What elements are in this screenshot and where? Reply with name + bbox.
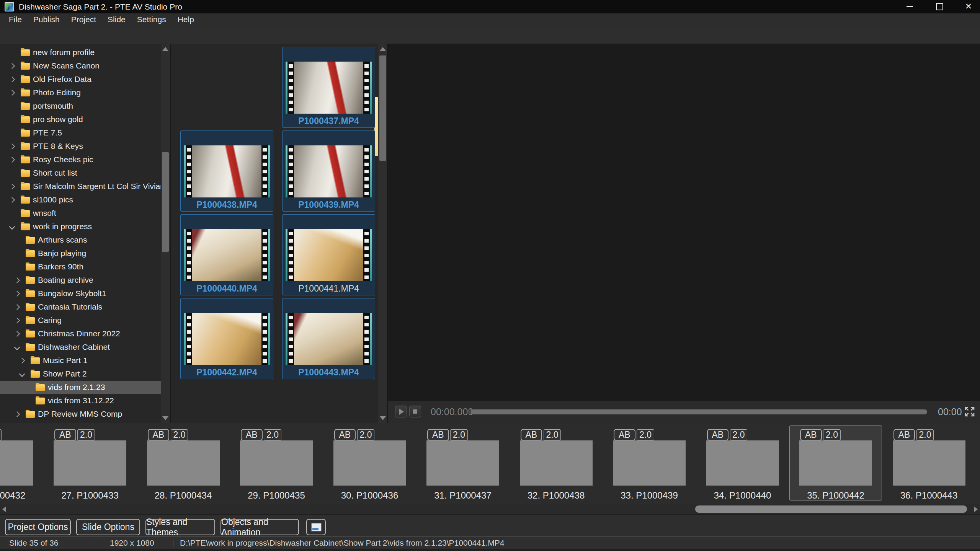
chevron-down-icon[interactable] [14, 344, 20, 350]
slide-thumbnail[interactable] [240, 440, 313, 486]
ab-transition-badge[interactable]: AB [241, 429, 263, 441]
chevron-right-icon[interactable] [9, 184, 15, 190]
file-card[interactable]: P1000440.MP4 [180, 214, 273, 295]
tree-item[interactable]: Banjo playing [0, 247, 161, 260]
menu-slide[interactable]: Slide [102, 15, 131, 24]
slide-thumbnail[interactable] [333, 440, 406, 486]
tree-item[interactable]: Caring [0, 314, 161, 327]
tree-item[interactable]: pro show gold [0, 113, 161, 126]
tree-item[interactable]: DP Review MMS Comp [0, 408, 161, 421]
menu-publish[interactable]: Publish [28, 15, 65, 24]
chevron-right-icon[interactable] [9, 63, 15, 69]
tree-item[interactable]: work in progress [0, 220, 161, 233]
slide-duration-badge[interactable]: 2.0 [823, 429, 841, 440]
chevron-right-icon[interactable] [9, 157, 15, 163]
tree-item[interactable]: Short cut list [0, 167, 161, 179]
chevron-right-icon[interactable] [14, 277, 20, 284]
file-card[interactable]: P1000443.MP4 [282, 298, 375, 379]
tree-scrollbar-thumb[interactable] [162, 152, 169, 252]
footer-button-objects-and-animation[interactable]: Objects and Animation [220, 519, 299, 535]
slide-duration-badge[interactable]: 2.0 [77, 429, 95, 440]
tree-item[interactable]: vids from 31.12.22 [0, 395, 161, 407]
tree-item[interactable]: PTE 8 & Keys [0, 140, 161, 153]
slide-thumbnail[interactable] [54, 440, 126, 486]
seek-bar[interactable] [468, 409, 927, 414]
slide-thumbnail[interactable] [799, 440, 872, 486]
tree-item[interactable]: Cantasia Tutorials [0, 301, 161, 313]
tree-item[interactable]: new forum profile [0, 46, 161, 59]
minimize-button[interactable] [898, 0, 921, 13]
chevron-down-icon[interactable] [9, 224, 15, 230]
chevron-right-icon[interactable] [14, 291, 20, 297]
mini-player-button[interactable] [306, 519, 326, 535]
ab-transition-badge[interactable]: AB [800, 429, 822, 441]
chevron-right-icon[interactable] [19, 358, 25, 364]
strip-scrollbar-thumb[interactable] [695, 505, 967, 513]
chevron-right-icon[interactable] [14, 318, 20, 324]
ab-transition-badge[interactable]: AB [427, 429, 449, 441]
file-card[interactable]: P1000439.MP4 [282, 130, 375, 212]
footer-button-styles-and-themes[interactable]: Styles and Themes [145, 519, 215, 535]
close-button[interactable]: ✕ [957, 0, 980, 13]
slide-thumbnail[interactable] [613, 440, 686, 486]
menu-project[interactable]: Project [65, 15, 102, 24]
files-scrollbar-thumb[interactable] [379, 55, 386, 161]
footer-button-slide-options[interactable]: Slide Options [76, 519, 140, 535]
slide-duration-badge[interactable]: 2.0 [916, 429, 934, 440]
chevron-right-icon[interactable] [9, 197, 15, 203]
slide-duration-badge[interactable]: 2.0 [171, 429, 188, 440]
ab-transition-badge[interactable]: AB [614, 429, 635, 441]
files-scrollbar[interactable] [378, 44, 387, 423]
play-button[interactable] [395, 406, 407, 417]
tree-item[interactable]: Dishwasher Cabinet [0, 341, 161, 354]
stop-button[interactable] [409, 406, 421, 417]
fullscreen-icon[interactable] [964, 406, 975, 417]
slide-thumbnail[interactable] [147, 440, 220, 486]
ab-transition-badge[interactable]: AB [54, 429, 76, 441]
chevron-right-icon[interactable] [14, 331, 20, 337]
chevron-right-icon[interactable] [9, 77, 15, 83]
tree-item[interactable]: New Scans Canon [0, 60, 161, 72]
tree-item[interactable]: sl1000 pics [0, 194, 161, 206]
footer-button-project-options[interactable]: Project Options [5, 519, 71, 535]
slide-thumbnail[interactable] [0, 440, 33, 486]
tree-item[interactable]: Sir Malcolm Sargent Lt Col Sir Vivian Du… [0, 180, 161, 193]
slide-duration-badge[interactable]: 2.0 [357, 429, 375, 440]
slide-duration-badge[interactable]: 2.0 [0, 429, 2, 440]
scroll-up-icon[interactable] [162, 47, 168, 51]
chevron-down-icon[interactable] [19, 371, 25, 377]
menu-help[interactable]: Help [172, 15, 200, 24]
tree-item[interactable]: Christmas Dinner 2022 [0, 328, 161, 340]
file-card[interactable]: P1000442.MP4 [180, 298, 273, 379]
slide-duration-badge[interactable]: 2.0 [544, 429, 561, 440]
tree-item[interactable]: Barkers 90th [0, 261, 161, 273]
slide-duration-badge[interactable]: 2.0 [450, 429, 468, 440]
slide-thumbnail[interactable] [893, 440, 965, 486]
scroll-left-icon[interactable] [2, 506, 6, 512]
tree-item[interactable]: Music Part 1 [0, 354, 161, 367]
slide-duration-badge[interactable]: 2.0 [264, 429, 281, 440]
menu-file[interactable]: File [3, 15, 28, 24]
slide-duration-badge[interactable]: 2.0 [730, 429, 748, 440]
tree-item[interactable]: Show Part 2 [0, 368, 161, 380]
tree-item[interactable]: PTE 7.5 [0, 127, 161, 139]
tree-item[interactable]: Old Firefox Data [0, 73, 161, 86]
file-card[interactable]: P1000441.MP4 [282, 214, 375, 295]
scroll-right-icon[interactable] [974, 506, 978, 512]
tree-item[interactable]: vids from 2.1.23 [0, 381, 161, 394]
scroll-down-icon[interactable] [380, 416, 386, 420]
scroll-down-icon[interactable] [162, 416, 168, 420]
chevron-right-icon[interactable] [9, 143, 15, 150]
tree-item[interactable]: Bungalow Skybolt1 [0, 287, 161, 300]
chevron-right-icon[interactable] [14, 411, 20, 417]
file-card[interactable]: P1000437.MP4 [282, 47, 375, 128]
tree-item[interactable]: Photo Editing [0, 86, 161, 99]
ab-transition-badge[interactable]: AB [521, 429, 542, 441]
ab-transition-badge[interactable]: AB [148, 429, 170, 441]
tree-item[interactable]: Rosy Cheeks pic [0, 153, 161, 166]
tree-item[interactable]: Arthurs scans [0, 234, 161, 246]
tree-scrollbar[interactable] [161, 44, 170, 423]
chevron-right-icon[interactable] [9, 90, 15, 96]
tree-item[interactable]: Boating archive [0, 274, 161, 287]
slide-duration-badge[interactable]: 2.0 [637, 429, 654, 440]
